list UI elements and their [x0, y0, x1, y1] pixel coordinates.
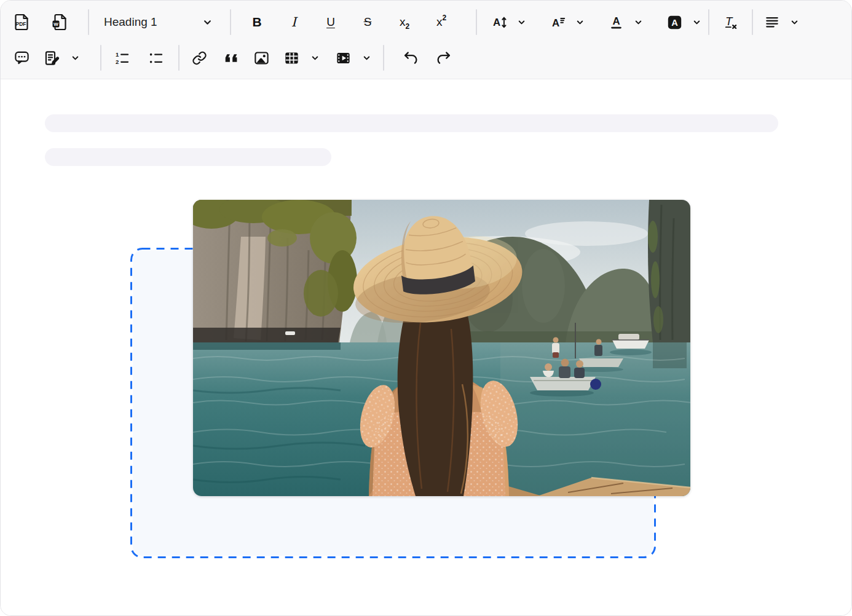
chevron-down-icon — [693, 18, 701, 26]
svg-text:1: 1 — [115, 50, 119, 57]
toolbar-divider — [88, 9, 89, 35]
subscript-button[interactable]: x2 — [389, 8, 420, 36]
chevron-down-icon — [576, 18, 584, 26]
comment-button[interactable] — [8, 44, 35, 72]
undo-icon — [403, 49, 420, 66]
clear-format-button[interactable]: T — [717, 8, 744, 36]
link-button[interactable] — [186, 44, 213, 72]
toolbar-divider — [100, 45, 101, 71]
video-icon — [335, 50, 352, 66]
underline-icon: U — [326, 15, 335, 29]
highlight-color-icon: A — [666, 14, 683, 31]
editor-window: PDF W Heading 1 B I U S — [0, 0, 852, 616]
chevron-down-icon — [634, 18, 642, 26]
chevron-down-icon — [363, 54, 371, 62]
svg-text:A: A — [671, 17, 678, 27]
text-color-icon: A — [608, 14, 625, 31]
superscript-button[interactable]: x2 — [425, 8, 457, 36]
superscript-icon: x — [436, 15, 443, 29]
clear-format-icon: T — [722, 14, 739, 31]
export-pdf-button[interactable]: PDF — [8, 8, 35, 36]
chevron-down-icon — [203, 18, 212, 27]
editor-canvas[interactable] — [1, 79, 852, 616]
svg-text:PDF: PDF — [16, 21, 26, 27]
toolbar-row-1: PDF W Heading 1 B I U S — [1, 4, 851, 40]
edit-note-icon — [44, 50, 60, 66]
blockquote-icon — [223, 50, 239, 66]
chevron-down-icon — [71, 54, 79, 62]
toolbar-divider — [230, 9, 231, 35]
toolbar-row-2: 1 2 — [1, 40, 851, 76]
toolbar-divider — [383, 45, 384, 71]
inserted-image[interactable] — [193, 200, 690, 496]
redo-icon — [435, 49, 452, 66]
pdf-file-icon: PDF — [12, 12, 31, 32]
heading-style-dropdown[interactable]: Heading 1 — [97, 8, 219, 36]
subtitle-placeholder-line[interactable] — [45, 148, 331, 166]
chevron-down-icon — [791, 18, 799, 26]
strikethrough-icon: S — [364, 15, 372, 29]
toolbar-divider — [476, 9, 477, 35]
strikethrough-button[interactable]: S — [352, 8, 384, 36]
link-icon — [191, 50, 208, 66]
underline-button[interactable]: U — [315, 8, 347, 36]
svg-text:T: T — [725, 15, 733, 28]
insert-image-button[interactable] — [248, 44, 275, 72]
text-color-button[interactable]: A — [605, 8, 645, 36]
bullet-list-button[interactable] — [142, 44, 169, 72]
toolbar-divider — [178, 45, 179, 71]
title-placeholder-line[interactable] — [45, 114, 778, 132]
heading-style-value: Heading 1 — [104, 15, 157, 29]
chevron-down-icon — [311, 54, 319, 62]
subscript-icon: x — [400, 15, 406, 29]
bold-button[interactable]: B — [241, 8, 273, 36]
align-button[interactable] — [762, 8, 801, 36]
photo-illustration — [193, 200, 690, 496]
export-word-button[interactable]: W — [46, 8, 73, 36]
svg-text:A: A — [552, 17, 559, 28]
align-left-icon — [764, 14, 780, 30]
svg-text:W: W — [53, 22, 58, 27]
chevron-down-icon — [518, 18, 526, 26]
image-icon — [253, 50, 270, 66]
font-adjust-icon: A — [550, 14, 566, 31]
redo-button[interactable] — [430, 44, 457, 72]
comment-icon — [14, 50, 30, 66]
ordered-list-icon: 1 2 — [114, 50, 130, 66]
font-adjust-button[interactable]: A — [547, 8, 586, 36]
insert-video-button[interactable] — [333, 44, 373, 72]
bullet-list-icon — [148, 50, 164, 66]
line-height-icon: A — [491, 14, 508, 31]
ordered-list-button[interactable]: 1 2 — [108, 44, 135, 72]
insert-table-button[interactable] — [281, 44, 321, 72]
italic-button[interactable]: I — [278, 8, 310, 36]
bold-icon: B — [252, 15, 261, 30]
italic-icon: I — [291, 15, 296, 30]
highlight-color-button[interactable]: A — [664, 8, 703, 36]
word-file-icon: W — [50, 12, 69, 32]
toolbar-divider — [752, 9, 753, 35]
svg-text:A: A — [493, 17, 500, 28]
toolbar-divider — [708, 9, 709, 35]
svg-text:A: A — [612, 15, 620, 27]
svg-text:2: 2 — [115, 58, 118, 65]
table-icon — [283, 50, 300, 66]
line-height-button[interactable]: A — [489, 8, 528, 36]
undo-button[interactable] — [394, 44, 428, 72]
edit-note-button[interactable] — [41, 44, 82, 72]
toolbar: PDF W Heading 1 B I U S — [1, 1, 851, 79]
blockquote-button[interactable] — [217, 44, 244, 72]
